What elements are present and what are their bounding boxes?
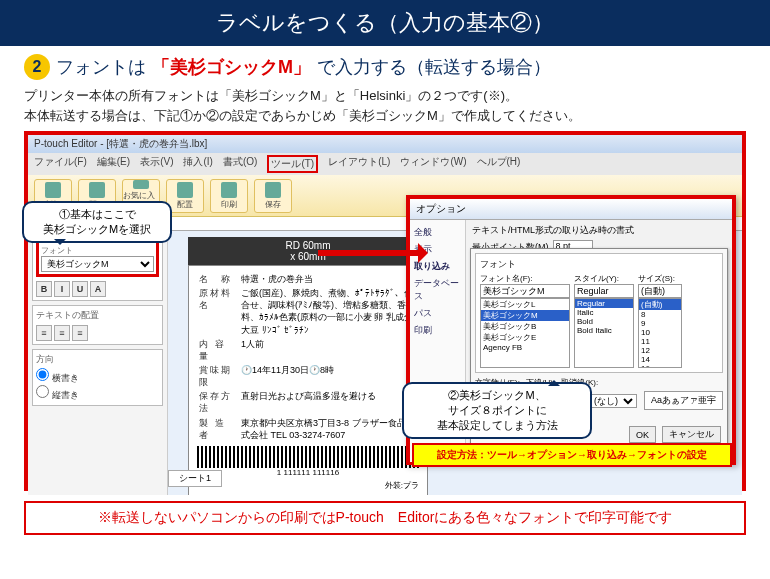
radio-vertical[interactable]: 縦書き: [36, 390, 79, 400]
menu-1[interactable]: 編集(E): [97, 155, 130, 173]
size-label: サイズ(S):: [638, 273, 682, 284]
dlg-row-format: テキスト/HTML形式の取り込み時の書式: [472, 224, 726, 237]
label-preview[interactable]: RD 60mmx 60mm 名 称特選・虎の巻弁当原材料名ご飯(国産)、豚焼肉、…: [188, 237, 428, 495]
dialog-title: オプション: [410, 199, 732, 220]
fmt-B[interactable]: B: [36, 281, 52, 297]
settings-path-note: 設定方法：ツール→オプション→取り込み→フォントの設定: [412, 443, 732, 467]
align-center-icon[interactable]: ≡: [54, 325, 70, 341]
dlgnav-5[interactable]: 印刷: [413, 322, 462, 339]
ok-button[interactable]: OK: [629, 426, 656, 443]
toolbar-保存[interactable]: 保存: [254, 179, 292, 213]
dlgnav-3[interactable]: データベース: [413, 275, 462, 305]
radio-horizontal[interactable]: 横書き: [36, 373, 79, 383]
recycle-note: 外装:プラ: [197, 481, 419, 492]
barcode: 1 111111 111116: [197, 446, 419, 479]
app-window: ①基本はここで美杉ゴシックMを選択 P-touch Editor - [特選・虎…: [24, 131, 746, 491]
label-table: 名 称特選・虎の巻弁当原材料名ご飯(国産)、豚焼肉、煮物、ﾎﾟﾃﾄｻﾗﾀﾞ、付合…: [197, 272, 419, 442]
menu-8[interactable]: ヘルプ(H): [477, 155, 521, 173]
align-right-icon[interactable]: ≡: [72, 325, 88, 341]
font-list[interactable]: 美杉ゴシックL美杉ゴシックM美杉ゴシックB美杉ゴシックEAgency FB: [480, 298, 570, 368]
align-left-icon[interactable]: ≡: [36, 325, 52, 341]
direction-title: 方向: [36, 353, 159, 366]
fontname-input[interactable]: [480, 284, 570, 298]
menu-0[interactable]: ファイル(F): [34, 155, 87, 173]
menu-5[interactable]: ツール(T): [267, 155, 318, 173]
arrow-icon: [318, 245, 438, 261]
window-titlebar: P-touch Editor - [特選・虎の巻弁当.lbx]: [28, 135, 742, 153]
menu-4[interactable]: 書式(O): [223, 155, 257, 173]
sidebar: テキストのプロパティを設定し フォント 美杉ゴシックM BIUA テキストの配置…: [28, 217, 168, 495]
sheet-tab[interactable]: シート1: [168, 470, 222, 487]
callout-method2: ②美杉ゴシックM、サイズ８ポイントに基本設定してしまう方法: [402, 382, 592, 439]
font-preview: Aaあぁアァ亜宇: [644, 391, 723, 410]
layout-title: テキストの配置: [36, 309, 159, 322]
fmt-A[interactable]: A: [90, 281, 106, 297]
toolbar-印刷[interactable]: 印刷: [210, 179, 248, 213]
menubar[interactable]: ファイル(F)編集(E)表示(V)挿入(I)書式(O)ツール(T)レイアウト(L…: [28, 153, 742, 175]
menu-2[interactable]: 表示(V): [140, 155, 173, 173]
style-input[interactable]: [574, 284, 634, 298]
fmt-I[interactable]: I: [54, 281, 70, 297]
font-group-title: フォント: [480, 258, 718, 271]
format-buttons[interactable]: BIUA: [36, 281, 159, 297]
page-title: ラベルをつくる（入力の基本②）: [0, 0, 770, 46]
size-input[interactable]: [638, 284, 682, 298]
dlgnav-0[interactable]: 全般: [413, 224, 462, 241]
size-list[interactable]: (自動)891011121416: [638, 298, 682, 368]
step-heading: 2 フォントは「美杉ゴシックM」で入力する（転送する場合）: [24, 54, 746, 80]
footer-note: ※転送しないパソコンからの印刷ではP-touch Editorにある色々なフォン…: [24, 501, 746, 535]
dlgnav-4[interactable]: パス: [413, 305, 462, 322]
style-list[interactable]: RegularItalicBoldBold Italic: [574, 298, 634, 368]
strike-select[interactable]: (なし): [587, 394, 637, 408]
description: プリンター本体の所有フォントは「美杉ゴシックM」と「Helsinki」の２つです…: [24, 86, 746, 125]
step-badge: 2: [24, 54, 50, 80]
menu-7[interactable]: ウィンドウ(W): [400, 155, 466, 173]
font-select[interactable]: 美杉ゴシックM: [41, 256, 154, 272]
menu-3[interactable]: 挿入(I): [183, 155, 212, 173]
toolbar-配置[interactable]: 配置: [166, 179, 204, 213]
fontname-label: フォント名(F):: [480, 273, 570, 284]
menu-6[interactable]: レイアウト(L): [328, 155, 390, 173]
fmt-U[interactable]: U: [72, 281, 88, 297]
style-label: スタイル(Y):: [574, 273, 634, 284]
callout-font-select: ①基本はここで美杉ゴシックMを選択: [22, 201, 172, 243]
cancel-button[interactable]: キャンセル: [662, 426, 721, 443]
